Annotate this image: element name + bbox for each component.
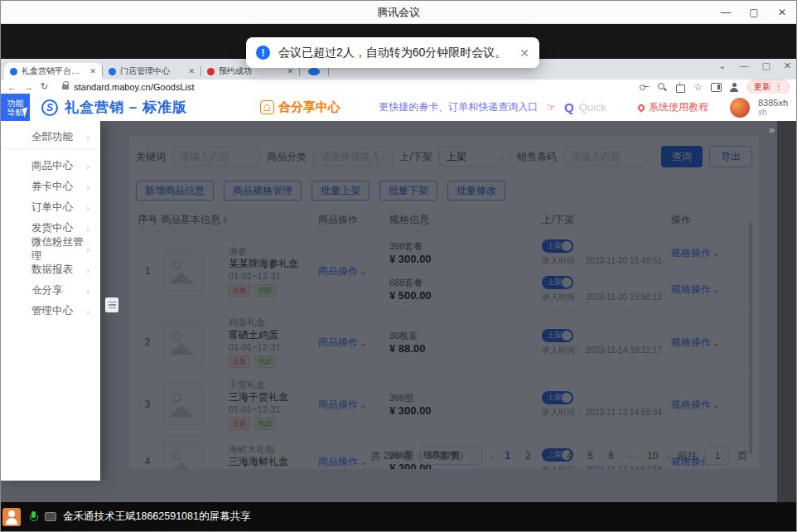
browser-close-icon[interactable]: ✕ [784, 60, 791, 71]
browser-window-controls: ⌄ — ▢ ✕ [718, 60, 791, 71]
tab-close-icon[interactable]: ✕ [188, 67, 195, 75]
lock-icon [62, 85, 69, 89]
tutorial-label: 系统使用教程 [649, 100, 708, 114]
sidebar-item[interactable]: 管理中心› [1, 301, 100, 322]
tab-close-icon[interactable]: ✕ [89, 67, 96, 75]
brand-logo-icon: S [41, 99, 58, 116]
quick-entry-link[interactable]: 更快捷的券卡、订单和快递查询入口 [379, 100, 538, 114]
bookmark-star-icon[interactable]: ☆ [693, 82, 703, 92]
location-pin-icon [636, 103, 645, 112]
chevron-right-icon: › [86, 162, 89, 172]
address-bar-actions: ☆ 更新 ⋮ [639, 80, 790, 94]
share-center-link[interactable]: ⌂ 合分享中心 [260, 99, 341, 115]
sidebar-item-label: 仓分享 [31, 283, 63, 297]
chevron-right-icon: › [86, 286, 89, 296]
info-icon: ! [256, 46, 270, 60]
kebab-menu-icon[interactable]: ⋮ [775, 82, 783, 91]
browser-tab[interactable]: 礼盒营销平台管理中心✕ [4, 63, 102, 80]
chevron-right-icon: › [86, 244, 89, 254]
password-key-icon[interactable] [639, 82, 649, 92]
window-controls: — ▢ ✕ [712, 1, 796, 24]
tab-label: 门店管理中心 [120, 65, 184, 77]
sidebar-item[interactable]: 全部功能› [1, 126, 100, 149]
drag-handle[interactable] [105, 297, 118, 312]
browser-menu-chevron-icon[interactable]: ⌄ [718, 60, 726, 71]
header-right: 更快捷的券卡、订单和快递查询入口 ☞ Q Quick 系统使用教程 8385xh… [379, 98, 796, 118]
house-icon: ⌂ [260, 100, 274, 114]
share-status-text: 金禾通技术王斌18662591081的屏幕共享 [63, 510, 250, 524]
window-title: 腾讯会议 [377, 5, 420, 20]
app-header: 功能 导航 S 礼盒营销 – 标准版 ⌂ 合分享中心 更快捷的券卡、订单和快递查… [1, 94, 796, 121]
sidebar-item[interactable]: 商品中心› [1, 156, 100, 177]
tab-favicon-icon [109, 68, 116, 75]
presenter-icon [2, 508, 21, 526]
sidebar-item-label: 发货中心 [31, 221, 73, 235]
sidebar-item[interactable]: 订单中心› [1, 197, 100, 218]
sidebar-item-label: 订单中心 [31, 201, 73, 215]
sidebar-item-label: 微信粉丝管理 [31, 235, 86, 264]
microphone-icon [30, 511, 37, 522]
close-icon[interactable]: ✕ [768, 1, 796, 24]
sidebar-item-label: 管理中心 [31, 304, 73, 318]
screen-icon [45, 512, 56, 521]
chevron-right-icon: › [86, 224, 89, 234]
side-panel-icon[interactable] [711, 82, 721, 92]
address-bar: ← → ↻ standard.maboy.cn/GoodsList ☆ 更新 ⋮ [1, 80, 796, 94]
forward-icon[interactable]: → [24, 82, 33, 92]
browser-update-button[interactable]: 更新 ⋮ [747, 80, 790, 94]
meeting-toast: ! 会议已超过2人，自动转为60分钟限时会议。 ✕ [246, 37, 539, 68]
sidebar-item-label: 商品中心 [31, 159, 73, 173]
quick-search-label[interactable]: Quick [579, 101, 606, 114]
chevron-right-icon: › [86, 307, 89, 317]
brand-title: 礼盒营销 – 标准版 [65, 98, 187, 117]
browser-maximize-icon[interactable]: ▢ [761, 60, 770, 71]
tutorial-link[interactable]: 系统使用教程 [638, 100, 708, 114]
tab-favicon-icon [10, 68, 17, 75]
share-icon[interactable] [675, 82, 685, 92]
chevron-right-icon: › [86, 203, 89, 213]
titlebar: 腾讯会议 — ▢ ✕ [1, 1, 796, 24]
user-info: 8385xh xh [758, 99, 788, 117]
username: 8385xh [758, 99, 788, 108]
sidebar-item[interactable]: 仓分享› [1, 280, 100, 301]
meeting-window: 腾讯会议 — ▢ ✕ 礼盒营销平台管理中心✕门店管理中心✕预约成功✕ ⌄ — ▢… [0, 0, 797, 532]
chevron-right-icon: › [86, 182, 89, 192]
tab-label: 礼盒营销平台管理中心 [22, 65, 85, 77]
sidebar-item[interactable]: 券卡中心› [1, 177, 100, 197]
shared-browser-screen: 礼盒营销平台管理中心✕门店管理中心✕预约成功✕ ⌄ — ▢ ✕ ← → ↻ st… [1, 59, 796, 504]
chevron-right-icon: › [86, 133, 89, 143]
back-icon[interactable]: ← [7, 82, 17, 92]
sidebar-item[interactable]: 微信粉丝管理› [1, 239, 100, 259]
dim-overlay [1, 121, 796, 504]
tab-favicon [308, 68, 320, 75]
maximize-icon[interactable]: ▢ [740, 1, 768, 24]
tab-favicon-icon [207, 68, 215, 75]
update-label: 更新 [754, 81, 770, 93]
minimize-icon[interactable]: — [712, 1, 740, 24]
zoom-icon[interactable] [657, 82, 667, 92]
function-nav-button[interactable]: 功能 导航 [1, 94, 30, 121]
chevron-right-icon: › [86, 265, 89, 275]
quick-search-icon[interactable]: Q [564, 100, 574, 114]
toast-message: 会议已超过2人，自动转为60分钟限时会议。 [278, 46, 506, 60]
share-center-label: 合分享中心 [278, 99, 341, 115]
nav-dropdown-panel: 全部功能›商品中心›券卡中心›订单中心›发货中心›微信粉丝管理›数据报表›仓分享… [1, 121, 100, 481]
sidebar-item-label: 券卡中心 [31, 180, 73, 194]
reload-icon[interactable]: ↻ [41, 81, 48, 92]
browser-tab[interactable]: 门店管理中心✕ [103, 63, 200, 80]
sidebar-item-label: 数据报表 [31, 263, 73, 277]
pointing-finger-icon: ☞ [546, 101, 556, 114]
page-content: 关键词 商品分类 请选择或输入 ⌄ 上/下架 上架 ⌄ 销售条码 查询 [1, 121, 796, 504]
nav-label-line1: 功能 [1, 99, 30, 108]
user-avatar[interactable] [730, 98, 750, 118]
tab-close-icon[interactable]: ✕ [287, 67, 293, 75]
sidebar-item-label: 全部功能 [31, 130, 73, 144]
collapse-chevron-icon[interactable]: » [769, 123, 775, 136]
username-sub: xh [758, 108, 788, 117]
toast-close-icon[interactable]: ✕ [519, 46, 529, 60]
url-text[interactable]: standard.maboy.cn/GoodsList [74, 82, 194, 92]
profile-icon[interactable] [729, 82, 739, 92]
right-edge-shade [777, 121, 796, 504]
screen-share-bar: 金禾通技术王斌18662591081的屏幕共享 [1, 502, 796, 531]
browser-minimize-icon[interactable]: — [739, 60, 748, 71]
